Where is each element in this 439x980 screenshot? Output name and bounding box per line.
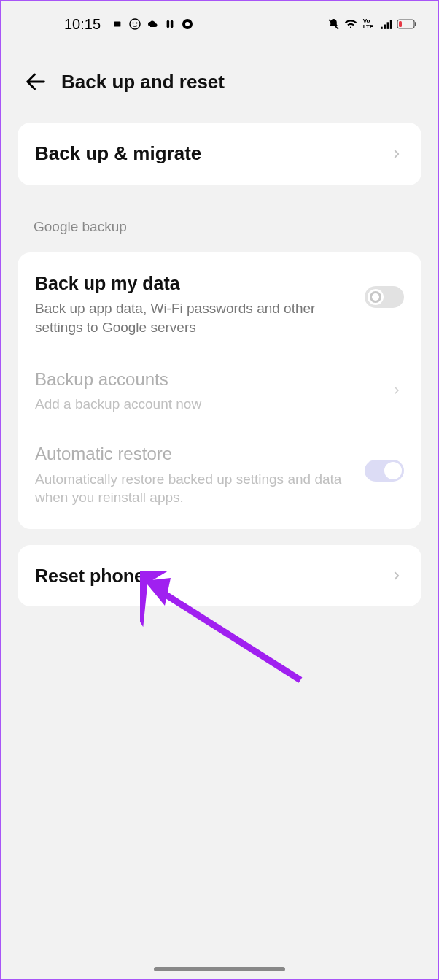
svg-point-1 [130, 19, 140, 29]
backup-my-data-title: Back up my data [35, 271, 357, 296]
status-right: VoLTE [327, 18, 417, 31]
svg-rect-11 [389, 20, 392, 29]
mute-icon [327, 18, 340, 31]
svg-point-2 [133, 23, 134, 24]
cloud-icon [146, 18, 159, 31]
volte-icon: VoLTE [362, 18, 375, 31]
backup-migrate-card: Back up & migrate [18, 123, 421, 185]
svg-point-3 [136, 23, 138, 24]
svg-rect-14 [399, 21, 402, 27]
svg-rect-0 [114, 22, 121, 27]
svg-rect-10 [386, 22, 389, 29]
reset-phone-row[interactable]: Reset phone [18, 545, 421, 607]
backup-my-data-toggle[interactable] [365, 286, 404, 308]
page-header: Back up and reset [1, 41, 438, 115]
charging-icon [111, 18, 124, 31]
wifi-icon [344, 18, 357, 31]
chevron-right-icon [389, 383, 404, 398]
face-icon [128, 18, 141, 31]
svg-point-7 [185, 22, 190, 26]
status-icons-left [111, 18, 194, 31]
automatic-restore-title: Automatic restore [35, 442, 357, 465]
svg-rect-8 [381, 26, 383, 28]
chevron-right-icon [389, 147, 404, 161]
google-backup-section-label: Google backup [1, 193, 438, 245]
status-left: 10:15 [22, 16, 194, 33]
status-bar: 10:15 VoLTE [1, 1, 438, 41]
backup-migrate-row[interactable]: Back up & migrate [18, 123, 421, 185]
backup-my-data-row[interactable]: Back up my data Back up app data, Wi-Fi … [18, 252, 421, 359]
automatic-restore-sub: Automatically restore backed up settings… [35, 470, 357, 507]
battery-icon [397, 18, 417, 31]
automatic-restore-toggle[interactable] [365, 460, 404, 482]
double-bar-icon [163, 18, 176, 31]
backup-migrate-label: Back up & migrate [35, 142, 382, 166]
backup-accounts-sub: Add a backup account now [35, 395, 382, 414]
svg-rect-13 [415, 22, 416, 26]
page-title: Back up and reset [61, 71, 225, 93]
backup-my-data-sub: Back up app data, Wi-Fi passwords and ot… [35, 299, 357, 336]
reset-phone-label: Reset phone [35, 564, 382, 588]
svg-rect-5 [171, 20, 174, 28]
svg-rect-9 [384, 24, 386, 28]
nav-bar-indicator[interactable] [154, 967, 285, 971]
circle-icon [181, 18, 194, 31]
google-backup-card: Back up my data Back up app data, Wi-Fi … [18, 252, 421, 529]
status-time: 10:15 [64, 16, 101, 33]
back-button[interactable] [23, 70, 51, 93]
backup-accounts-title: Backup accounts [35, 368, 382, 390]
chevron-right-icon [389, 568, 404, 583]
backup-accounts-row[interactable]: Backup accounts Add a backup account now [18, 359, 421, 430]
svg-rect-4 [167, 20, 170, 28]
reset-phone-card: Reset phone [18, 545, 421, 607]
automatic-restore-row[interactable]: Automatic restore Automatically restore … [18, 429, 421, 528]
signal-icon [379, 18, 392, 31]
